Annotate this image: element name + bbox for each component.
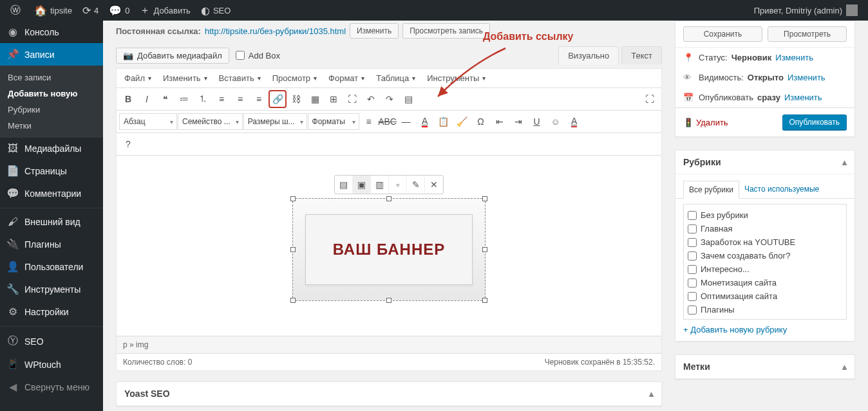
toggle-icon[interactable]: ▴ — [842, 157, 847, 167]
toggle-icon[interactable]: ▴ — [649, 388, 654, 399]
link-button[interactable]: 🔗 — [269, 90, 287, 108]
menu-media[interactable]: 🖼Медиафайлы — [0, 138, 103, 160]
site-link[interactable]: 🏠tipsite — [29, 0, 77, 21]
blockquote-button[interactable]: ❝ — [156, 90, 175, 108]
menu-table[interactable]: Таблица — [371, 71, 420, 86]
category-item[interactable]: Зачем создавать блог? — [688, 249, 842, 262]
menu-view[interactable]: Просмотр — [267, 71, 322, 86]
resize-handle[interactable] — [482, 298, 487, 303]
editor-canvas[interactable]: ▤ ▣ ▥ ▫ ✎ ✕ — [117, 156, 661, 336]
edit-schedule-link[interactable]: Изменить — [784, 93, 822, 102]
indent-button[interactable]: ⇥ — [509, 113, 527, 131]
updates-link[interactable]: ⟳4 — [77, 0, 104, 21]
menu-comments[interactable]: 💬Комментарии — [0, 182, 103, 205]
menu-tools[interactable]: Инструменты — [422, 71, 491, 86]
sub-add-new[interactable]: Добавить новую — [0, 86, 103, 102]
menu-settings[interactable]: ⚙Настройки — [0, 300, 103, 323]
img-align-none-button[interactable]: ▫ — [389, 176, 407, 194]
menu-plugins[interactable]: 🔌Плагины — [0, 233, 103, 255]
menu-seo[interactable]: ⓎSEO — [0, 329, 103, 353]
justify-button[interactable]: ≡ — [360, 113, 378, 131]
category-list[interactable]: Без рубрики Главная Заработок на YOUTUBE… — [683, 204, 847, 320]
fullscreen-button[interactable]: ⛶ — [343, 90, 361, 108]
save-draft-button[interactable]: Сохранить — [683, 26, 762, 42]
font-family-select[interactable]: Семейство ... — [178, 113, 243, 130]
clear-format-button[interactable]: 🧹 — [453, 113, 471, 131]
toggle-toolbar-button[interactable]: ▤ — [399, 90, 417, 108]
menu-insert[interactable]: Вставить — [214, 71, 266, 86]
menu-appearance[interactable]: 🖌Внешний вид — [0, 211, 103, 233]
category-item[interactable]: Оптимизация сайта — [688, 289, 842, 303]
special-char-button[interactable]: Ω — [472, 113, 490, 131]
strike-button[interactable]: ABC — [379, 113, 397, 131]
permalink-view-button[interactable]: Просмотреть запись — [402, 23, 490, 39]
menu-tools[interactable]: 🔧Инструменты — [0, 278, 103, 300]
menu-wptouch[interactable]: 📱WPtouch — [0, 353, 103, 376]
menu-posts[interactable]: 📌Записи — [0, 43, 103, 66]
permalink-edit-button[interactable]: Изменить — [350, 23, 399, 39]
tab-used-categories[interactable]: Часто используемые — [739, 181, 824, 198]
add-new-link[interactable]: ＋Добавить — [135, 0, 195, 21]
resize-handle[interactable] — [290, 298, 296, 303]
unlink-button[interactable]: ⛓ — [287, 90, 305, 108]
more-button[interactable]: ▦ — [306, 90, 324, 108]
category-item[interactable]: Заработок на YOUTUBE — [688, 235, 842, 249]
resize-handle[interactable] — [482, 196, 487, 201]
add-box-checkbox[interactable]: Add Box — [236, 51, 280, 60]
tab-visual[interactable]: Визуально — [558, 46, 619, 65]
wp-logo[interactable]: ⓦ — [5, 0, 29, 21]
user-greeting[interactable]: Привет, Dmitriy (admin) — [749, 0, 863, 21]
forecolor-button[interactable]: A — [565, 113, 583, 131]
add-media-button[interactable]: 📷Добавить медиафайл — [116, 48, 229, 64]
add-category-link[interactable]: + Добавить новую рубрику — [683, 325, 787, 334]
sub-all-posts[interactable]: Все записи — [0, 69, 103, 86]
menu-users[interactable]: 👤Пользователи — [0, 255, 103, 278]
tab-all-categories[interactable]: Все рубрики — [683, 181, 739, 199]
menu-pages[interactable]: 📄Страницы — [0, 160, 103, 182]
img-remove-button[interactable]: ✕ — [425, 176, 443, 194]
bullet-list-button[interactable]: ≔ — [175, 90, 193, 108]
img-edit-button[interactable]: ✎ — [407, 176, 425, 194]
help-button[interactable]: ? — [119, 135, 137, 153]
menu-edit[interactable]: Изменить — [158, 71, 212, 86]
category-item[interactable]: Главная — [688, 222, 842, 235]
image-selection[interactable]: ВАШ БАННЕР — [292, 198, 486, 301]
table-button[interactable]: ⊞ — [325, 90, 343, 108]
img-align-left-button[interactable]: ▤ — [335, 176, 353, 194]
preview-button[interactable]: Просмотреть — [768, 26, 847, 42]
category-item[interactable]: Плагины — [688, 303, 842, 316]
undo-button[interactable]: ↶ — [362, 90, 380, 108]
resize-handle[interactable] — [290, 196, 296, 201]
align-center-button[interactable]: ≡ — [231, 90, 249, 108]
menu-dashboard[interactable]: ◉Консоль — [0, 21, 103, 43]
text-color-button[interactable]: A — [416, 113, 434, 131]
category-item[interactable]: Интересно... — [688, 262, 842, 276]
resize-handle[interactable] — [386, 196, 392, 201]
resize-handle[interactable] — [290, 247, 296, 252]
numbered-list-button[interactable]: ⒈ — [194, 90, 212, 108]
distraction-free-button[interactable]: ⛶ — [641, 90, 659, 108]
sub-categories[interactable]: Рубрики — [0, 102, 103, 118]
align-right-button[interactable]: ≡ — [250, 90, 268, 108]
resize-handle[interactable] — [482, 247, 487, 252]
edit-visibility-link[interactable]: Изменить — [788, 73, 826, 82]
toggle-icon[interactable]: ▴ — [842, 361, 847, 372]
comments-link[interactable]: 💬0 — [104, 0, 135, 21]
collapse-menu[interactable]: ◀Свернуть меню — [0, 376, 103, 398]
tab-text[interactable]: Текст — [621, 46, 662, 64]
publish-button[interactable]: Опубликовать — [782, 114, 847, 130]
underline-button[interactable]: U — [528, 113, 546, 131]
resize-handle[interactable] — [386, 298, 392, 303]
emoji-button[interactable]: ☺ — [547, 113, 565, 131]
category-item[interactable]: Без рубрики — [688, 208, 842, 222]
paste-text-button[interactable]: 📋 — [435, 113, 453, 131]
menu-format[interactable]: Формат — [323, 71, 370, 86]
menu-file[interactable]: Файл — [119, 71, 156, 86]
hr-button[interactable]: — — [397, 113, 415, 131]
sub-tags[interactable]: Метки — [0, 118, 103, 134]
bold-button[interactable]: B — [119, 90, 137, 108]
paragraph-select[interactable]: Абзац — [119, 113, 177, 130]
font-size-select[interactable]: Размеры ш... — [243, 113, 307, 130]
outdent-button[interactable]: ⇤ — [491, 113, 509, 131]
img-align-right-button[interactable]: ▥ — [371, 176, 389, 194]
